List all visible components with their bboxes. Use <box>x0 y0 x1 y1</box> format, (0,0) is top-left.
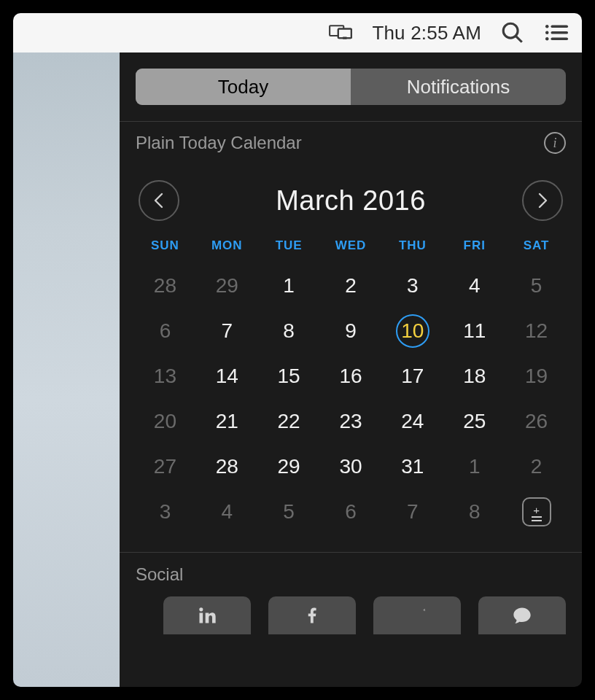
svg-line-5 <box>516 36 522 42</box>
calendar-day[interactable]: 6 <box>134 314 196 349</box>
calendar-week-row: 20212223242526 <box>134 399 567 444</box>
calendar-day[interactable]: 30 <box>320 449 382 484</box>
widget-edit-button[interactable]: + <box>505 494 567 529</box>
calendar-grid: 2829123456789101112131415161718192021222… <box>134 263 567 534</box>
tab-notifications[interactable]: Notifications <box>351 69 566 105</box>
displays-icon[interactable] <box>328 20 353 45</box>
calendar-week-row: 345678+ <box>134 489 567 534</box>
desktop-wallpaper <box>13 52 120 687</box>
calendar-week-row: 13141516171819 <box>134 354 567 399</box>
calendar-day[interactable]: 15 <box>258 359 320 394</box>
calendar-day[interactable]: 8 <box>443 494 505 529</box>
calendar-title: March 2016 <box>276 185 426 217</box>
calendar-day[interactable]: 14 <box>196 359 258 394</box>
view-tabs: Today Notifications <box>136 69 566 105</box>
widget-title: Plain Today Calendar <box>136 133 302 153</box>
menubar-clock[interactable]: Thu 2:55 AM <box>372 22 481 44</box>
svg-point-8 <box>545 31 549 35</box>
calendar-day[interactable]: 3 <box>381 268 443 303</box>
tab-today[interactable]: Today <box>136 69 351 105</box>
dow-label: SUN <box>134 238 196 253</box>
calendar-day[interactable]: 25 <box>443 404 505 439</box>
calendar-day[interactable]: 5 <box>505 268 567 303</box>
dow-label: FRI <box>443 238 505 253</box>
calendar-week-row: 6789101112 <box>134 308 567 354</box>
social-row <box>120 592 582 634</box>
notification-center-icon[interactable] <box>544 20 569 45</box>
dow-label: WED <box>320 238 382 253</box>
svg-rect-12 <box>200 613 203 623</box>
svg-point-10 <box>545 37 549 41</box>
next-month-button[interactable] <box>522 180 563 221</box>
calendar-day[interactable]: 17 <box>381 359 443 394</box>
svg-point-4 <box>503 23 518 38</box>
calendar-day[interactable]: 5 <box>258 494 320 529</box>
calendar-day[interactable]: 1 <box>443 449 505 484</box>
calendar-day[interactable]: 3 <box>134 494 196 529</box>
dow-label: THU <box>381 238 443 253</box>
prev-month-button[interactable] <box>139 180 179 221</box>
calendar-day[interactable]: 26 <box>505 404 567 439</box>
menubar: Thu 2:55 AM <box>13 13 582 52</box>
notification-center-panel: Today Notifications Plain Today Calendar… <box>120 52 582 687</box>
calendar-day[interactable]: 11 <box>443 314 505 349</box>
dow-label: MON <box>196 238 258 253</box>
messages-button[interactable] <box>478 596 566 634</box>
calendar-day[interactable]: 28 <box>134 268 196 303</box>
calendar-day[interactable]: 31 <box>381 449 443 484</box>
social-title: Social <box>120 553 582 592</box>
calendar-day[interactable]: 24 <box>381 404 443 439</box>
calendar-day[interactable]: 9 <box>320 314 382 349</box>
calendar-widget: March 2016 SUNMONTUEWEDTHUFRISAT 2829123… <box>120 161 582 542</box>
calendar-day[interactable]: 27 <box>134 449 196 484</box>
calendar-day[interactable]: 29 <box>196 268 258 303</box>
calendar-day[interactable]: 7 <box>196 314 258 349</box>
svg-rect-1 <box>338 29 351 39</box>
calendar-week-row: 282912345 <box>134 263 567 308</box>
calendar-day[interactable]: 2 <box>320 268 382 303</box>
linkedin-button[interactable] <box>163 596 251 634</box>
calendar-day[interactable]: 4 <box>196 494 258 529</box>
calendar-day[interactable]: 1 <box>258 268 320 303</box>
calendar-day[interactable]: 19 <box>505 359 567 394</box>
calendar-day[interactable]: 8 <box>258 314 320 349</box>
calendar-day[interactable]: 21 <box>196 404 258 439</box>
calendar-week-row: 272829303112 <box>134 444 567 489</box>
calendar-day[interactable]: 29 <box>258 449 320 484</box>
calendar-day[interactable]: 2 <box>505 449 567 484</box>
dow-label: SAT <box>505 238 567 253</box>
calendar-day[interactable]: 10 <box>381 314 443 349</box>
calendar-day[interactable]: 18 <box>443 359 505 394</box>
twitter-button[interactable] <box>373 596 461 634</box>
search-icon[interactable] <box>500 20 525 45</box>
calendar-day[interactable]: 23 <box>320 404 382 439</box>
day-of-week-row: SUNMONTUEWEDTHUFRISAT <box>134 238 567 253</box>
calendar-day[interactable]: 4 <box>443 268 505 303</box>
calendar-day[interactable]: 12 <box>505 314 567 349</box>
calendar-day[interactable]: 28 <box>196 449 258 484</box>
facebook-button[interactable] <box>268 596 356 634</box>
calendar-day[interactable]: 13 <box>134 359 196 394</box>
calendar-day[interactable]: 20 <box>134 404 196 439</box>
calendar-day[interactable]: 22 <box>258 404 320 439</box>
calendar-day[interactable]: 16 <box>320 359 382 394</box>
info-icon[interactable]: i <box>544 132 566 154</box>
svg-point-6 <box>545 25 549 28</box>
svg-point-13 <box>199 607 203 611</box>
calendar-day[interactable]: 6 <box>320 494 382 529</box>
calendar-day[interactable]: 7 <box>381 494 443 529</box>
dow-label: TUE <box>258 238 320 253</box>
widget-header: Plain Today Calendar i <box>120 122 582 161</box>
